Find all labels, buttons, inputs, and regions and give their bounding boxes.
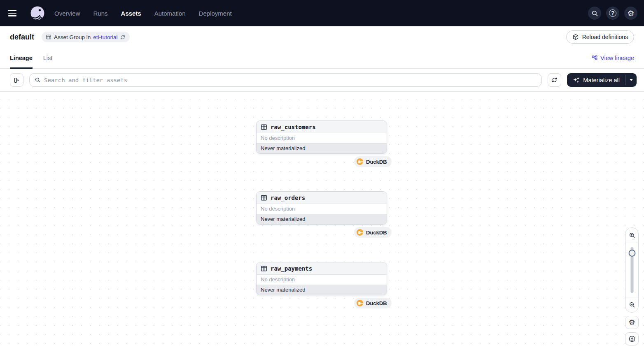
kind-badge-label: DuckDB	[366, 300, 387, 306]
asset-search	[29, 73, 542, 87]
asset-node-header: raw_customers	[257, 121, 387, 133]
top-navigation: Overview Runs Assets Automation Deployme…	[0, 0, 644, 26]
asset-node-header: raw_payments	[257, 262, 387, 275]
sync-icon[interactable]	[120, 35, 126, 40]
kind-badge-duckdb[interactable]: DuckDB	[354, 156, 392, 167]
hamburger-menu-icon[interactable]	[8, 7, 21, 20]
zoom-out-button[interactable]	[625, 297, 638, 312]
panel-toggle-icon	[14, 77, 20, 83]
kind-badge-duckdb[interactable]: DuckDB	[354, 227, 392, 238]
help-icon[interactable]: ?	[606, 7, 619, 20]
asset-description: No description	[257, 275, 387, 285]
view-lineage-label: View lineage	[600, 55, 634, 61]
gear-icon: ⚙	[628, 319, 635, 326]
tab-lineage[interactable]: Lineage	[10, 48, 33, 68]
nav-item-automation[interactable]: Automation	[154, 10, 186, 17]
refresh-button[interactable]	[548, 73, 561, 87]
asset-node-raw-payments[interactable]: raw_payments No description Never materi…	[256, 262, 387, 295]
nav-item-assets[interactable]: Assets	[121, 10, 141, 17]
materialize-all-label: Materialize all	[583, 77, 620, 83]
zoom-in-button[interactable]	[625, 228, 638, 243]
table-icon	[261, 124, 267, 130]
materialize-options-button[interactable]	[625, 73, 637, 87]
primary-nav: Overview Runs Assets Automation Deployme…	[54, 10, 232, 17]
asset-node-raw-orders[interactable]: raw_orders No description Never material…	[256, 191, 387, 225]
lineage-canvas[interactable]: raw_customers No description Never mater…	[0, 92, 644, 350]
asset-name: raw_customers	[271, 124, 316, 130]
zoom-controls	[625, 227, 639, 313]
asset-name: raw_orders	[271, 195, 305, 201]
asset-description: No description	[257, 204, 387, 214]
asset-description: No description	[257, 133, 387, 143]
asset-node-raw-customers[interactable]: raw_customers No description Never mater…	[256, 121, 387, 154]
nav-item-runs[interactable]: Runs	[93, 10, 108, 17]
reload-definitions-label: Reload definitions	[582, 34, 628, 40]
asset-group-icon	[46, 34, 51, 40]
materialize-split-button: Materialize all	[567, 73, 637, 87]
settings-icon[interactable]: ⚙	[624, 7, 637, 20]
page-header: default Asset Group in etl-tutorial Relo…	[0, 26, 644, 48]
topnav-actions: ? ⚙	[588, 7, 637, 20]
recenter-view-button[interactable]	[625, 332, 639, 345]
open-sidebar-button[interactable]	[10, 73, 23, 87]
zoom-slider-thumb[interactable]	[628, 250, 635, 257]
asset-status: Never materialized	[257, 214, 387, 224]
sparkle-icon	[572, 76, 580, 84]
search-icon	[35, 77, 41, 83]
recenter-icon	[628, 335, 636, 343]
reload-definitions-button[interactable]: Reload definitions	[566, 30, 634, 44]
tabs-row: Lineage List View lineage	[0, 48, 644, 69]
asset-group-badge: Asset Group in etl-tutorial	[42, 32, 130, 42]
code-location-link[interactable]: etl-tutorial	[93, 34, 117, 40]
dagster-logo[interactable]	[30, 5, 45, 21]
table-icon	[261, 265, 267, 272]
asset-name: raw_payments	[271, 265, 312, 272]
asset-status: Never materialized	[257, 143, 387, 153]
duckdb-icon	[357, 158, 363, 165]
nav-item-overview[interactable]: Overview	[54, 10, 80, 17]
refresh-icon	[551, 77, 558, 83]
materialize-all-button[interactable]: Materialize all	[567, 73, 625, 87]
graph-settings-button[interactable]: ⚙	[625, 316, 639, 329]
nav-item-deployment[interactable]: Deployment	[199, 10, 232, 17]
chevron-down-icon	[630, 79, 633, 81]
kind-badge-label: DuckDB	[366, 159, 387, 165]
kind-badge-label: DuckDB	[366, 229, 387, 236]
page-title: default	[10, 33, 34, 42]
asset-group-label: Asset Group in	[54, 34, 91, 40]
view-lineage-link[interactable]: View lineage	[592, 55, 634, 61]
duckdb-icon	[357, 229, 363, 236]
lineage-toolbar: Materialize all	[0, 69, 644, 92]
zoom-slider	[625, 243, 638, 297]
search-input[interactable]	[44, 77, 537, 83]
view-lineage-icon	[592, 55, 598, 61]
tab-list[interactable]: List	[43, 48, 53, 68]
reload-definitions-icon	[572, 34, 579, 40]
asset-node-header: raw_orders	[257, 192, 387, 204]
kind-badge-duckdb[interactable]: DuckDB	[354, 298, 392, 308]
search-icon[interactable]	[588, 7, 601, 20]
asset-status: Never materialized	[257, 285, 387, 295]
duckdb-icon	[357, 300, 363, 306]
table-icon	[261, 195, 267, 201]
